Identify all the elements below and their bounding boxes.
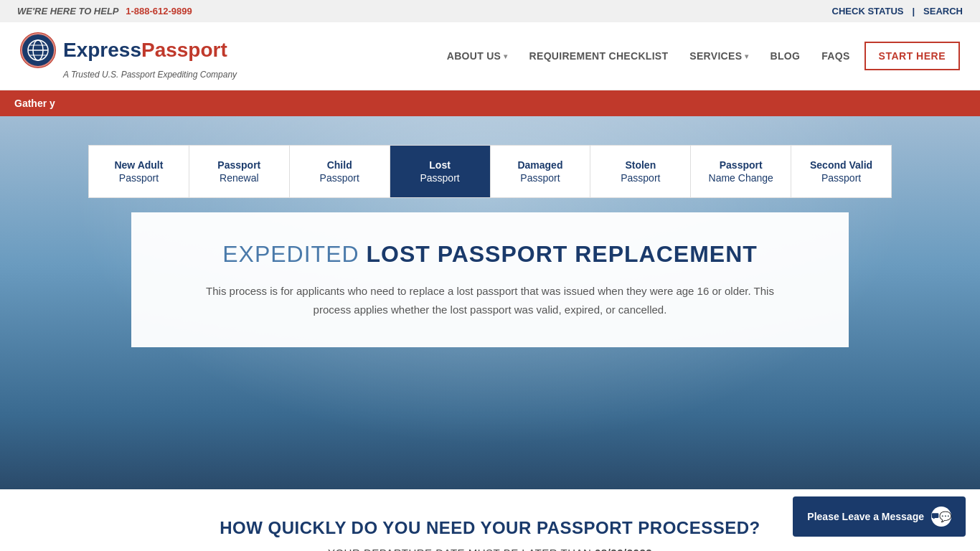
help-prefix: WE'RE HERE TO HELP (17, 6, 119, 17)
nav-faqs[interactable]: FAQS (814, 44, 857, 67)
tab-name-change-line2: Name Change (697, 171, 785, 184)
logo-express: Express (63, 39, 141, 61)
tab-name-change-line1: Passport (697, 159, 785, 171)
nav-requirement-checklist[interactable]: REQUIREMENT CHECKLIST (522, 44, 676, 67)
tab-stolen-line2: Passport (596, 171, 684, 184)
search-link[interactable]: SEARCH (923, 6, 963, 17)
hero-title-bold: LOST PASSPORT REPLACEMENT (366, 241, 757, 267)
tab-lost-line2: Passport (396, 171, 484, 184)
departure-date-text: YOUR DEPARTURE DATE MUST BE LATER THAN 0… (20, 547, 960, 551)
tab-lost-passport[interactable]: Lost Passport (390, 146, 491, 197)
tab-child-line1: Child (296, 159, 384, 171)
tab-damaged-line2: Passport (496, 171, 585, 184)
tab-new-adult-line1: New Adult (95, 159, 183, 171)
tab-child-passport[interactable]: Child Passport (290, 146, 390, 197)
chat-button[interactable]: Please Leave a Message 💬 (793, 496, 966, 537)
tab-child-line2: Passport (296, 171, 384, 184)
main-nav: ABOUT US ▾ REQUIREMENT CHECKLIST SERVICE… (440, 42, 960, 70)
tab-new-adult-passport[interactable]: New Adult Passport (89, 146, 189, 197)
tab-new-adult-line2: Passport (95, 171, 183, 184)
departure-date: 08/29/2022 (595, 547, 652, 551)
top-bar-separator: | (912, 6, 915, 17)
services-chevron: ▾ (745, 52, 748, 60)
nav-blog[interactable]: BLOG (763, 44, 808, 67)
tab-stolen-line1: Stolen (596, 159, 684, 171)
chat-icon: 💬 (931, 507, 951, 527)
departure-label: YOUR DEPARTURE DATE MUST BE LATER THAN (328, 547, 591, 551)
top-bar-links: CHECK STATUS | SEARCH (832, 6, 963, 17)
chat-label: Please Leave a Message (807, 511, 924, 522)
hero-title: EXPEDITED LOST PASSPORT REPLACEMENT (167, 241, 813, 268)
tab-second-valid-line2: Passport (797, 171, 885, 184)
hero-section: New Adult Passport Passport Renewal Chil… (0, 116, 980, 489)
logo-area: ExpressPassport A Trusted U.S. Passport … (20, 32, 237, 80)
hero-description: This process is for applicants who need … (196, 282, 784, 319)
ticker-bar: Gather y (0, 90, 980, 116)
ticker-text: Gather y (14, 98, 55, 109)
tab-lost-line1: Lost (396, 159, 484, 171)
logo-globe-icon (20, 32, 56, 68)
tab-second-valid-line1: Second Valid (797, 159, 885, 171)
check-status-link[interactable]: CHECK STATUS (832, 6, 904, 17)
svg-point-1 (33, 40, 43, 60)
svg-point-0 (28, 40, 48, 60)
logo-title: ExpressPassport (20, 32, 237, 68)
phone-number[interactable]: 1-888-612-9899 (126, 6, 192, 17)
nav-about-us[interactable]: ABOUT US ▾ (440, 44, 515, 67)
tab-damaged-passport[interactable]: Damaged Passport (491, 146, 591, 197)
logo-passport: Passport (141, 39, 227, 61)
top-bar: WE'RE HERE TO HELP 1-888-612-9899 CHECK … (0, 0, 980, 22)
svg-rect-5 (932, 513, 939, 518)
tab-stolen-passport[interactable]: Stolen Passport (590, 146, 691, 197)
tab-second-valid-passport[interactable]: Second Valid Passport (791, 146, 891, 197)
nav-services[interactable]: SERVICES ▾ (682, 44, 755, 67)
header: ExpressPassport A Trusted U.S. Passport … (0, 22, 980, 90)
logo-tagline: A Trusted U.S. Passport Expediting Compa… (63, 70, 237, 80)
tab-passport-renewal[interactable]: Passport Renewal (189, 146, 290, 197)
passport-tabs: New Adult Passport Passport Renewal Chil… (88, 145, 892, 198)
logo-text: ExpressPassport (63, 39, 227, 62)
start-here-button[interactable]: START HERE (864, 42, 960, 70)
tab-damaged-line1: Damaged (496, 159, 585, 171)
tab-renewal-line1: Passport (195, 159, 283, 171)
hero-title-plain: EXPEDITED (222, 241, 366, 267)
tab-name-change[interactable]: Passport Name Change (691, 146, 791, 197)
tab-renewal-line2: Renewal (195, 171, 283, 184)
help-text-area: WE'RE HERE TO HELP 1-888-612-9899 (17, 6, 192, 17)
about-us-chevron: ▾ (504, 52, 507, 60)
hero-content-card: EXPEDITED LOST PASSPORT REPLACEMENT This… (131, 212, 849, 347)
